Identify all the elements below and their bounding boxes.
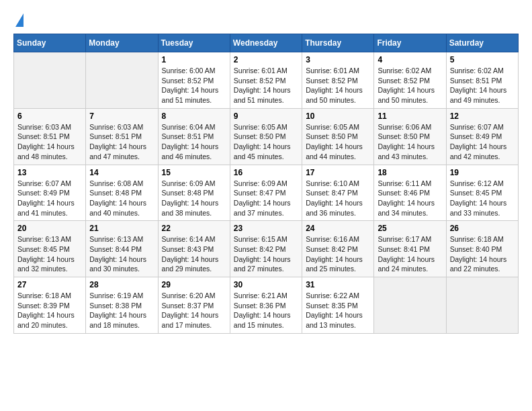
calendar-header-friday: Friday [374,34,446,52]
day-info: Sunrise: 6:22 AMSunset: 8:35 PMDaylight:… [306,291,370,330]
calendar-cell: 4Sunrise: 6:02 AMSunset: 8:52 PMDaylight… [374,52,446,109]
calendar-table: SundayMondayTuesdayWednesdayThursdayFrid… [13,34,519,334]
calendar-cell: 23Sunrise: 6:15 AMSunset: 8:42 PMDayligh… [230,221,302,277]
calendar-header-saturday: Saturday [446,34,518,52]
calendar-week-row: 1Sunrise: 6:00 AMSunset: 8:52 PMDaylight… [14,52,519,109]
calendar-cell: 2Sunrise: 6:01 AMSunset: 8:52 PMDaylight… [230,52,302,109]
calendar-cell: 7Sunrise: 6:03 AMSunset: 8:51 PMDaylight… [86,108,158,165]
day-info: Sunrise: 6:18 AMSunset: 8:40 PMDaylight:… [450,234,515,274]
logo-triangle-icon [15,13,24,27]
page-header [13,13,519,27]
calendar-header-wednesday: Wednesday [230,34,302,52]
calendar-cell: 29Sunrise: 6:20 AMSunset: 8:37 PMDayligh… [158,277,230,334]
day-info: Sunrise: 6:04 AMSunset: 8:51 PMDaylight:… [162,122,226,162]
calendar-cell: 1Sunrise: 6:00 AMSunset: 8:52 PMDaylight… [158,52,230,109]
day-info: Sunrise: 6:14 AMSunset: 8:43 PMDaylight:… [162,234,226,274]
calendar-header-tuesday: Tuesday [158,34,230,52]
day-number: 20 [17,224,82,233]
calendar-cell: 24Sunrise: 6:16 AMSunset: 8:42 PMDayligh… [302,221,374,277]
day-info: Sunrise: 6:13 AMSunset: 8:45 PMDaylight:… [17,234,82,274]
calendar-cell: 18Sunrise: 6:11 AMSunset: 8:46 PMDayligh… [374,165,446,221]
day-info: Sunrise: 6:10 AMSunset: 8:47 PMDaylight:… [306,179,370,218]
day-number: 11 [378,111,442,121]
calendar-week-row: 13Sunrise: 6:07 AMSunset: 8:49 PMDayligh… [14,165,519,221]
calendar-header-monday: Monday [86,34,158,52]
day-info: Sunrise: 6:09 AMSunset: 8:48 PMDaylight:… [162,179,226,218]
day-info: Sunrise: 6:07 AMSunset: 8:49 PMDaylight:… [450,122,515,162]
day-info: Sunrise: 6:11 AMSunset: 8:46 PMDaylight:… [378,179,442,218]
calendar-cell: 14Sunrise: 6:08 AMSunset: 8:48 PMDayligh… [86,165,158,221]
day-number: 12 [450,111,515,121]
calendar-cell: 25Sunrise: 6:17 AMSunset: 8:41 PMDayligh… [374,221,446,277]
day-number: 4 [378,55,442,64]
calendar-header-row: SundayMondayTuesdayWednesdayThursdayFrid… [14,34,519,52]
calendar-cell: 17Sunrise: 6:10 AMSunset: 8:47 PMDayligh… [302,165,374,221]
day-info: Sunrise: 6:08 AMSunset: 8:48 PMDaylight:… [89,179,154,218]
day-number: 28 [89,280,154,289]
day-info: Sunrise: 6:16 AMSunset: 8:42 PMDaylight:… [306,234,370,274]
day-info: Sunrise: 6:02 AMSunset: 8:52 PMDaylight:… [378,66,442,105]
day-info: Sunrise: 6:21 AMSunset: 8:36 PMDaylight:… [234,291,298,330]
calendar-cell: 31Sunrise: 6:22 AMSunset: 8:35 PMDayligh… [302,277,374,334]
day-info: Sunrise: 6:03 AMSunset: 8:51 PMDaylight:… [89,122,154,162]
calendar-cell: 5Sunrise: 6:02 AMSunset: 8:51 PMDaylight… [446,52,518,109]
day-number: 15 [162,168,226,177]
day-number: 27 [17,280,82,289]
calendar-cell: 28Sunrise: 6:19 AMSunset: 8:38 PMDayligh… [86,277,158,334]
calendar-cell: 11Sunrise: 6:06 AMSunset: 8:50 PMDayligh… [374,108,446,165]
day-number: 26 [450,224,515,233]
calendar-week-row: 27Sunrise: 6:18 AMSunset: 8:39 PMDayligh… [14,277,519,334]
day-number: 1 [162,55,226,64]
day-info: Sunrise: 6:05 AMSunset: 8:50 PMDaylight:… [234,122,298,162]
day-number: 17 [306,168,370,177]
calendar-cell: 15Sunrise: 6:09 AMSunset: 8:48 PMDayligh… [158,165,230,221]
day-number: 8 [162,111,226,121]
calendar-cell: 19Sunrise: 6:12 AMSunset: 8:45 PMDayligh… [446,165,518,221]
calendar-cell [374,277,446,334]
day-number: 22 [162,224,226,233]
calendar-cell: 27Sunrise: 6:18 AMSunset: 8:39 PMDayligh… [14,277,86,334]
calendar-cell: 6Sunrise: 6:03 AMSunset: 8:51 PMDaylight… [14,108,86,165]
calendar-week-row: 6Sunrise: 6:03 AMSunset: 8:51 PMDaylight… [14,108,519,165]
calendar-cell: 12Sunrise: 6:07 AMSunset: 8:49 PMDayligh… [446,108,518,165]
calendar-cell [86,52,158,109]
day-info: Sunrise: 6:19 AMSunset: 8:38 PMDaylight:… [89,291,154,330]
day-number: 10 [306,111,370,121]
day-info: Sunrise: 6:18 AMSunset: 8:39 PMDaylight:… [17,291,82,330]
day-number: 30 [234,280,298,289]
calendar-cell: 21Sunrise: 6:13 AMSunset: 8:44 PMDayligh… [86,221,158,277]
day-info: Sunrise: 6:03 AMSunset: 8:51 PMDaylight:… [17,122,82,162]
day-info: Sunrise: 6:01 AMSunset: 8:52 PMDaylight:… [306,66,370,105]
day-number: 23 [234,224,298,233]
calendar-cell: 20Sunrise: 6:13 AMSunset: 8:45 PMDayligh… [14,221,86,277]
calendar-cell: 8Sunrise: 6:04 AMSunset: 8:51 PMDaylight… [158,108,230,165]
day-number: 5 [450,55,515,64]
day-info: Sunrise: 6:06 AMSunset: 8:50 PMDaylight:… [378,122,442,162]
logo [13,13,24,27]
day-info: Sunrise: 6:01 AMSunset: 8:52 PMDaylight:… [234,66,298,105]
day-info: Sunrise: 6:09 AMSunset: 8:47 PMDaylight:… [234,179,298,218]
day-number: 21 [89,224,154,233]
day-info: Sunrise: 6:05 AMSunset: 8:50 PMDaylight:… [306,122,370,162]
calendar-header-thursday: Thursday [302,34,374,52]
calendar-cell [446,277,518,334]
calendar-cell: 9Sunrise: 6:05 AMSunset: 8:50 PMDaylight… [230,108,302,165]
calendar-cell: 22Sunrise: 6:14 AMSunset: 8:43 PMDayligh… [158,221,230,277]
day-number: 14 [89,168,154,177]
calendar-cell: 13Sunrise: 6:07 AMSunset: 8:49 PMDayligh… [14,165,86,221]
calendar-cell [14,52,86,109]
calendar-cell: 3Sunrise: 6:01 AMSunset: 8:52 PMDaylight… [302,52,374,109]
day-number: 9 [234,111,298,121]
calendar-cell: 16Sunrise: 6:09 AMSunset: 8:47 PMDayligh… [230,165,302,221]
day-info: Sunrise: 6:00 AMSunset: 8:52 PMDaylight:… [162,66,226,105]
day-number: 2 [234,55,298,64]
day-number: 6 [17,111,82,121]
day-info: Sunrise: 6:07 AMSunset: 8:49 PMDaylight:… [17,179,82,218]
day-info: Sunrise: 6:15 AMSunset: 8:42 PMDaylight:… [234,234,298,274]
calendar-cell: 30Sunrise: 6:21 AMSunset: 8:36 PMDayligh… [230,277,302,334]
day-number: 16 [234,168,298,177]
calendar-week-row: 20Sunrise: 6:13 AMSunset: 8:45 PMDayligh… [14,221,519,277]
day-number: 31 [306,280,370,289]
day-number: 3 [306,55,370,64]
day-number: 29 [162,280,226,289]
